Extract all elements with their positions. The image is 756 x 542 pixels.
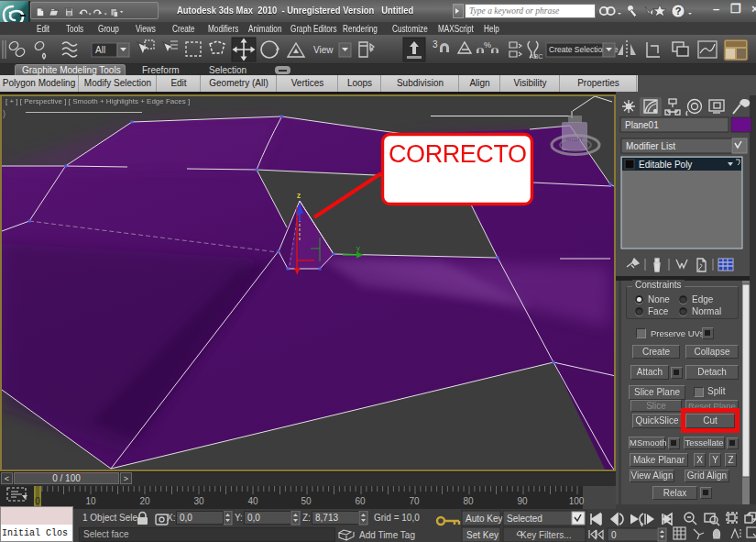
svg-text:20: 20: [139, 496, 150, 506]
svg-text:40: 40: [247, 496, 258, 506]
svg-text:ABC: ABC: [530, 53, 542, 60]
svg-text:Modifier List: Modifier List: [626, 141, 675, 151]
svg-text:10: 10: [85, 496, 96, 506]
svg-text:60: 60: [355, 496, 366, 506]
svg-text:Plane01: Plane01: [625, 120, 659, 130]
svg-text:RIGHT: RIGHT: [566, 137, 584, 142]
svg-text:Set Key: Set Key: [466, 530, 499, 540]
svg-text:?: ?: [675, 6, 682, 17]
svg-text:y: y: [356, 244, 360, 252]
svg-text:3: 3: [433, 39, 438, 50]
svg-text:70: 70: [409, 496, 420, 506]
svg-text:): ): [3, 109, 5, 118]
svg-text:[ + ] [ Perspective ] [ Smooth: [ + ] [ Perspective ] [ Smooth + Highlig…: [5, 97, 190, 105]
svg-text:%: %: [484, 40, 491, 50]
svg-text:Editable Poly: Editable Poly: [639, 160, 692, 170]
svg-text:90: 90: [517, 496, 528, 506]
svg-text:50: 50: [301, 496, 312, 506]
svg-text:80: 80: [463, 496, 474, 506]
svg-text:CORRECTO: CORRECTO: [389, 140, 527, 168]
svg-text:Key Filters...: Key Filters...: [520, 530, 572, 540]
svg-text:30: 30: [193, 496, 204, 506]
svg-text:Selected: Selected: [507, 514, 542, 524]
svg-text:0: 0: [611, 530, 617, 540]
svg-text:All: All: [95, 45, 105, 55]
svg-text:View: View: [313, 45, 334, 55]
svg-text:z: z: [297, 191, 301, 200]
svg-text:0: 0: [35, 496, 40, 506]
svg-text:100: 100: [569, 496, 585, 506]
svg-text:Auto Key: Auto Key: [466, 514, 503, 524]
